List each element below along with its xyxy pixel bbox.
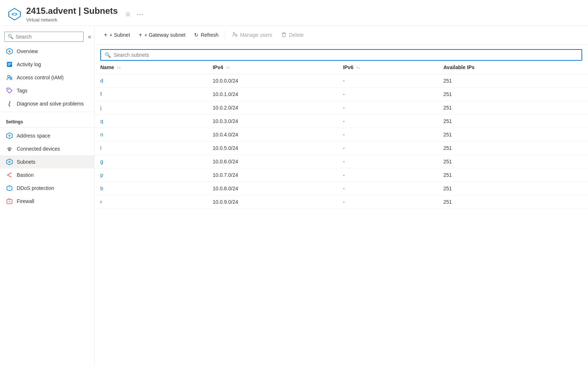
sidebar-label-iam: Access control (IAM) (17, 75, 64, 80)
cell-ipv6-4: - (337, 128, 438, 141)
cell-ipv4-6: 10.0.6.0/24 (207, 155, 337, 168)
cell-name-5[interactable]: l (94, 141, 207, 155)
svg-point-25 (9, 201, 10, 202)
svg-point-10 (8, 75, 10, 77)
svg-point-11 (10, 77, 12, 79)
subnets-table: Name ↑↓ IPv4 ↑↓ IPv6 ↑↓ Available IPs (94, 61, 588, 209)
sidebar-settings-nav: Address space Connected devices Subnets … (0, 129, 94, 208)
main-layout: 🔍 « Overview Activity log (0, 26, 588, 366)
resource-icon: <> (7, 7, 22, 21)
col-ipv4[interactable]: IPv4 ↑↓ (207, 61, 337, 74)
page-header-text: 2415.advent | Subnets Virtual network (26, 6, 118, 23)
refresh-button[interactable]: ↻ Refresh (190, 30, 222, 40)
sidebar-item-bastion[interactable]: Bastion (0, 168, 94, 182)
sidebar-item-iam[interactable]: Access control (IAM) (0, 71, 94, 84)
content-toolbar: + + Subnet + + Gateway subnet ↻ Refresh … (94, 26, 588, 45)
delete-button[interactable]: Delete (277, 29, 307, 41)
cell-ipv4-0: 10.0.0.0/24 (207, 74, 337, 87)
subnets-table-container: Name ↑↓ IPv4 ↑↓ IPv6 ↑↓ Available IPs (94, 61, 588, 366)
add-subnet-icon: + (104, 32, 107, 38)
diagnose-icon (6, 100, 13, 107)
overview-icon (6, 48, 13, 55)
svg-line-21 (7, 173, 12, 175)
page-subtitle: Virtual network (26, 17, 118, 23)
sidebar-label-connected-devices: Connected devices (17, 146, 60, 152)
table-header-row: Name ↑↓ IPv4 ↑↓ IPv6 ↑↓ Available IPs (94, 61, 588, 74)
sort-ipv6-icon: ↑↓ (356, 66, 360, 69)
svg-point-12 (8, 89, 9, 90)
cell-name-2[interactable]: j (94, 101, 207, 114)
more-options-button[interactable]: ⋯ (135, 9, 145, 20)
add-subnet-button[interactable]: + + Subnet (100, 29, 134, 40)
table-row: r10.0.9.0/24-251 (94, 195, 588, 208)
table-body: d10.0.0.0/24-251f10.0.1.0/24-251j10.0.2.… (94, 74, 588, 208)
header-actions: ☆ ⋯ (124, 9, 145, 20)
manage-users-button[interactable]: Manage users (228, 29, 276, 41)
add-gateway-subnet-button[interactable]: + + Gateway subnet (135, 29, 189, 40)
table-row: g10.0.6.0/24-251 (94, 155, 588, 168)
table-row: d10.0.0.0/24-251 (94, 74, 588, 87)
cell-ipv4-4: 10.0.4.0/24 (207, 128, 337, 141)
sidebar-item-diagnose[interactable]: Diagnose and solve problems (0, 97, 94, 110)
cell-name-7[interactable]: p (94, 168, 207, 182)
page-title: 2415.advent | Subnets (26, 6, 118, 16)
col-name[interactable]: Name ↑↓ (94, 61, 207, 74)
cell-ipv4-1: 10.0.1.0/24 (207, 87, 337, 101)
cell-available-ips-5: 251 (438, 141, 588, 155)
sidebar-item-connected-devices[interactable]: Connected devices (0, 142, 94, 155)
cell-name-6[interactable]: g (94, 155, 207, 168)
sidebar-search-input[interactable] (16, 34, 80, 40)
cell-available-ips-4: 251 (438, 128, 588, 141)
delete-label: Delete (289, 32, 303, 38)
sidebar-settings-divider (0, 127, 94, 128)
sidebar-label-activity-log: Activity log (17, 61, 41, 67)
cell-available-ips-0: 251 (438, 74, 588, 87)
favorite-button[interactable]: ☆ (124, 9, 132, 20)
address-space-icon (6, 132, 13, 139)
cell-ipv4-5: 10.0.5.0/24 (207, 141, 337, 155)
toolbar-separator (225, 31, 225, 39)
collapse-icon: « (88, 33, 91, 40)
cell-available-ips-9: 251 (438, 195, 588, 208)
sidebar: 🔍 « Overview Activity log (0, 26, 94, 366)
sidebar-item-overview[interactable]: Overview (0, 45, 94, 58)
cell-name-4[interactable]: n (94, 128, 207, 141)
sidebar-item-tags[interactable]: Tags (0, 84, 94, 97)
sidebar-label-overview: Overview (17, 48, 38, 54)
search-subnets-input[interactable] (114, 52, 578, 58)
sort-name-icon: ↑↓ (117, 66, 121, 69)
cell-ipv6-8: - (337, 182, 438, 195)
cell-ipv4-3: 10.0.3.0/24 (207, 114, 337, 128)
activity-log-icon (6, 61, 13, 68)
col-ipv6[interactable]: IPv6 ↑↓ (337, 61, 438, 74)
sidebar-label-firewall: Firewall (17, 198, 34, 204)
cell-name-3[interactable]: q (94, 114, 207, 128)
sidebar-item-activity-log[interactable]: Activity log (0, 58, 94, 71)
sidebar-nav: Overview Activity log Access control (IA… (0, 45, 94, 110)
svg-text:<>: <> (12, 11, 17, 17)
manage-users-icon (232, 32, 238, 39)
iam-icon (6, 74, 13, 81)
cell-available-ips-7: 251 (438, 168, 588, 182)
cell-ipv6-2: - (337, 101, 438, 114)
sidebar-item-ddos[interactable]: ! DDoS protection (0, 182, 94, 195)
cell-name-9[interactable]: r (94, 195, 207, 208)
svg-line-22 (7, 175, 12, 177)
cell-name-8[interactable]: b (94, 182, 207, 195)
sidebar-item-address-space[interactable]: Address space (0, 129, 94, 142)
search-subnets-icon: 🔍 (105, 52, 111, 58)
table-row: n10.0.4.0/24-251 (94, 128, 588, 141)
sidebar-item-firewall[interactable]: Firewall (0, 195, 94, 208)
add-gateway-label: + Gateway subnet (144, 32, 185, 38)
cell-ipv6-5: - (337, 141, 438, 155)
cell-name-1[interactable]: f (94, 87, 207, 101)
star-icon: ☆ (125, 10, 131, 18)
table-row: l10.0.5.0/24-251 (94, 141, 588, 155)
cell-name-0[interactable]: d (94, 74, 207, 87)
sidebar-divider (0, 112, 94, 112)
sidebar-label-address-space: Address space (17, 133, 51, 139)
sidebar-collapse-button[interactable]: « (85, 32, 94, 41)
sidebar-item-subnets[interactable]: Subnets (0, 155, 94, 168)
cell-available-ips-8: 251 (438, 182, 588, 195)
content-area: + + Subnet + + Gateway subnet ↻ Refresh … (94, 26, 588, 366)
